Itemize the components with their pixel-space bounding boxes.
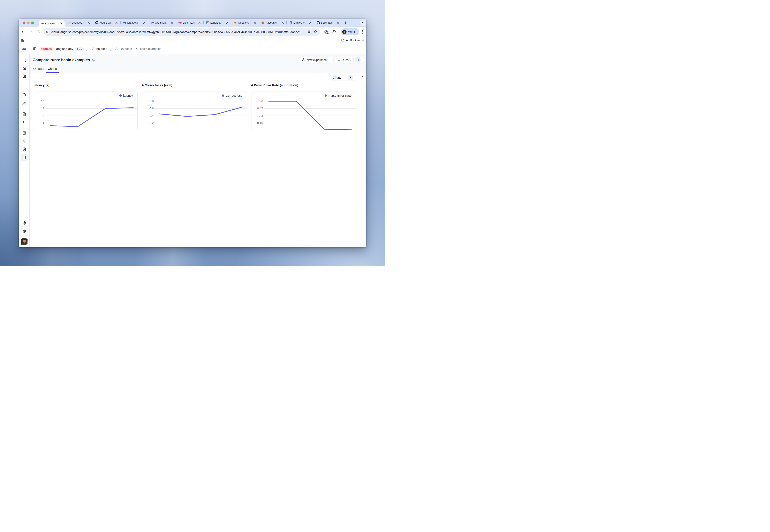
page-title: Compare runs: basic-examples bbox=[33, 58, 90, 62]
tab-close-icon[interactable] bbox=[87, 21, 90, 24]
browser-toolbar: cloud.langfuse.com/project/cmfwgv8fx002o… bbox=[19, 27, 366, 37]
gdocs-favicon bbox=[289, 21, 292, 24]
breadcrumb-datasets[interactable]: Datasets bbox=[120, 43, 132, 54]
user-avatar[interactable] bbox=[21, 238, 28, 245]
settings-icon[interactable] bbox=[22, 221, 26, 225]
charts-dropdown[interactable]: Charts 3 bbox=[330, 75, 356, 80]
charts-count-badge: 3 bbox=[348, 75, 353, 80]
svg-text:0.4: 0.4 bbox=[149, 114, 153, 117]
new-experiment-button[interactable]: New experiment bbox=[299, 57, 332, 63]
playground-icon[interactable] bbox=[22, 120, 26, 124]
profile-chip[interactable]: Work bbox=[341, 28, 359, 36]
tab-close-icon[interactable] bbox=[281, 21, 284, 24]
users-icon[interactable] bbox=[22, 101, 26, 105]
prompts-icon[interactable] bbox=[22, 112, 26, 116]
support-icon[interactable] bbox=[22, 229, 26, 233]
runs-count-badge: 4 bbox=[355, 57, 361, 62]
tab-close-icon[interactable] bbox=[60, 22, 63, 25]
chart-correctness: # Correctness (eval) 0.20.40.60.8 Correc… bbox=[142, 83, 247, 130]
list-icon bbox=[337, 58, 340, 61]
password-manager-icon[interactable] bbox=[324, 30, 329, 35]
annotation-icon[interactable] bbox=[22, 147, 26, 151]
browser-menu-icon[interactable] bbox=[361, 30, 364, 35]
runs-button[interactable]: Runs 4 bbox=[334, 57, 364, 63]
svg-text:8: 8 bbox=[42, 114, 44, 117]
tab-close-icon[interactable] bbox=[143, 21, 146, 24]
suggestions-icon[interactable] bbox=[22, 139, 26, 143]
apps-grid-icon[interactable] bbox=[21, 39, 24, 42]
colab-favicon bbox=[68, 21, 71, 24]
extensions-puzzle-icon[interactable] bbox=[332, 30, 336, 35]
chart-legend: Parse Error Rate bbox=[325, 94, 352, 97]
tab-search-button[interactable] bbox=[360, 20, 366, 26]
dashboards-icon[interactable] bbox=[22, 74, 26, 78]
tab-close-icon[interactable] bbox=[254, 21, 257, 24]
tab-inactive[interactable]: docs: add bbox=[314, 19, 342, 27]
tab-close-icon[interactable] bbox=[309, 21, 312, 24]
langfuse-favicon bbox=[41, 22, 44, 25]
tab-close-icon[interactable] bbox=[226, 21, 229, 24]
project-chevron-icon[interactable] bbox=[109, 48, 111, 50]
tab-close-icon[interactable] bbox=[115, 21, 118, 24]
tab-active[interactable]: Datasets | L bbox=[39, 20, 64, 27]
forward-button[interactable] bbox=[29, 30, 32, 34]
project-name[interactable]: no-filter bbox=[96, 43, 107, 54]
tab-inactive[interactable]: Blog - Lang bbox=[176, 19, 204, 27]
home-icon[interactable] bbox=[22, 66, 26, 70]
zoom-window-button[interactable] bbox=[31, 22, 34, 24]
close-window-button[interactable] bbox=[23, 22, 25, 24]
sessions-icon[interactable] bbox=[22, 93, 26, 97]
legend-dot bbox=[325, 94, 327, 97]
env-badge[interactable]: PROD-EU bbox=[39, 47, 54, 51]
reload-button[interactable] bbox=[36, 30, 40, 34]
legend-label: latency bbox=[123, 94, 133, 97]
tab-title: docs: add bbox=[321, 21, 334, 24]
tab-inactive[interactable]: 6Langfuse - bbox=[204, 19, 231, 27]
tab-inactive[interactable]: Organizatio bbox=[148, 19, 176, 27]
tab-outputs[interactable]: Outputs bbox=[31, 66, 46, 73]
tab-inactive[interactable]: Google Ge bbox=[231, 19, 259, 27]
info-icon[interactable] bbox=[92, 59, 95, 61]
langfuse-favicon bbox=[178, 21, 181, 24]
evaluation-icon[interactable] bbox=[22, 131, 26, 135]
flask-icon bbox=[302, 58, 305, 61]
langfuse-dev-favicon bbox=[123, 21, 126, 24]
new-tab-button[interactable] bbox=[343, 20, 348, 26]
tab-title: feat(io-tabl bbox=[100, 21, 112, 24]
tab-inactive[interactable]: 20250923 bbox=[65, 19, 93, 27]
search-icon[interactable] bbox=[22, 58, 26, 62]
tab-title: Google Ge bbox=[238, 21, 251, 24]
gcal-favicon: 6 bbox=[206, 21, 209, 24]
url-bar[interactable]: cloud.langfuse.com/project/cmfwgv8fx002o… bbox=[44, 28, 320, 36]
langfuse-favicon bbox=[150, 21, 154, 24]
back-button[interactable] bbox=[22, 30, 25, 34]
all-bookmarks[interactable]: All Bookmarks bbox=[341, 39, 364, 42]
tab-inactive[interactable]: Marlies we bbox=[287, 19, 315, 27]
bookmark-star-icon[interactable] bbox=[314, 30, 317, 34]
langfuse-logo[interactable] bbox=[22, 48, 26, 51]
collapse-panel-icon[interactable] bbox=[361, 75, 364, 78]
chart-card: 0.20.40.60.8 Correctness bbox=[142, 92, 247, 130]
site-info-button[interactable] bbox=[45, 30, 49, 34]
chart-title: Latency (s) bbox=[33, 83, 138, 89]
tab-inactive[interactable]: Accounts | bbox=[259, 19, 287, 27]
tab-close-icon[interactable] bbox=[170, 21, 173, 24]
gemini-favicon bbox=[234, 21, 237, 24]
minimize-window-button[interactable] bbox=[27, 22, 30, 24]
breadcrumb-slash bbox=[135, 47, 138, 50]
org-chevron-icon[interactable] bbox=[86, 48, 87, 50]
app-header: PROD-EU langfuse-dev Team no-filter Data… bbox=[19, 43, 366, 54]
sidebar-toggle-icon[interactable] bbox=[33, 47, 37, 51]
tab-charts[interactable]: Charts bbox=[46, 66, 59, 73]
chart-legend: latency bbox=[119, 94, 133, 97]
tab-close-icon[interactable] bbox=[198, 21, 201, 24]
breadcrumb-item[interactable]: basic-examples bbox=[140, 43, 161, 54]
right-rail-border bbox=[359, 73, 359, 247]
tab-inactive[interactable]: feat(io-tabl bbox=[93, 19, 120, 27]
zoom-icon[interactable] bbox=[307, 30, 311, 34]
tab-close-icon[interactable] bbox=[337, 21, 339, 24]
tracing-icon[interactable] bbox=[22, 85, 26, 89]
tab-inactive[interactable]: Datasets | L bbox=[120, 19, 148, 27]
org-name[interactable]: langfuse-dev bbox=[56, 43, 73, 54]
datasets-icon[interactable] bbox=[22, 156, 26, 159]
